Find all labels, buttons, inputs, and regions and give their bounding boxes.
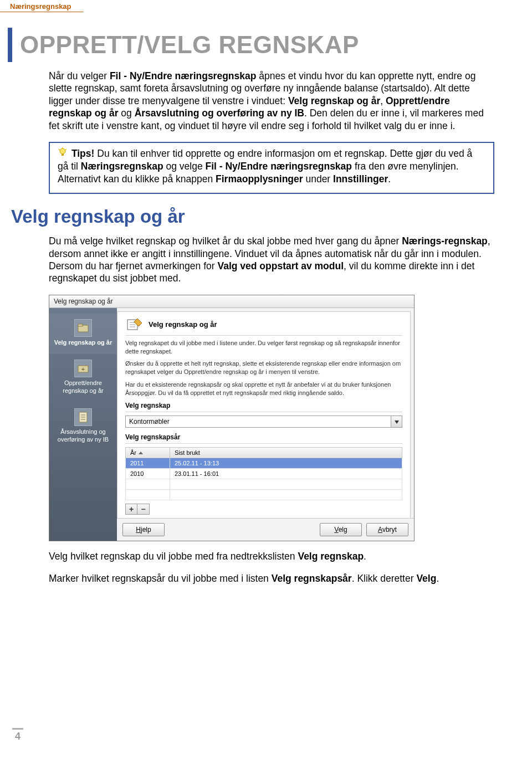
cell-year: 2010 xyxy=(126,468,170,479)
document-icon xyxy=(74,408,92,426)
dialog-sidebar: Velg regnskap og år + Opprett/endre regn… xyxy=(49,308,117,541)
dialog-content: Velg regnskap og år Velg regnskapet du v… xyxy=(117,311,411,518)
select-button[interactable]: Velg xyxy=(320,523,362,536)
dialog-para: Ønsker du å opprette et helt nytt regnsk… xyxy=(125,360,402,376)
dialog-window: Velg regnskap og år Velg regnskap og år … xyxy=(49,295,415,541)
remove-row-button[interactable]: − xyxy=(137,504,150,515)
page-header: Næringsregnskap xyxy=(0,0,83,12)
chevron-down-icon xyxy=(395,418,399,425)
svg-marker-18 xyxy=(395,420,399,424)
section-title: Velg regnskap og år xyxy=(11,206,532,227)
sidebar-item-label: Velg regnskap og år xyxy=(53,339,114,347)
section-label-select-year: Velg regnskapsår xyxy=(125,433,402,441)
table-row-empty xyxy=(126,479,402,489)
page-number: 4 xyxy=(12,728,23,742)
sidebar-item-label: Årsavslutning og overføring av ny IB xyxy=(53,428,114,444)
after-paragraph-2: Marker hvilket regnskapsår du vil jobbe … xyxy=(49,572,494,584)
table-row-empty xyxy=(126,489,402,500)
cancel-button[interactable]: Avbryt xyxy=(366,523,408,536)
minus-icon: − xyxy=(141,505,145,514)
svg-rect-1 xyxy=(62,154,64,156)
sidebar-item-create-edit[interactable]: + Opprett/endre regnskap og år xyxy=(49,354,117,403)
dialog-para: Velg regnskapet du vil jobbe med i liste… xyxy=(125,339,402,356)
page-title: OPPRETT/VELG REGNSKAP xyxy=(8,28,532,62)
cell-year: 2011 xyxy=(126,458,170,468)
col-last-used[interactable]: Sist brukt xyxy=(170,447,402,458)
sidebar-item-label: Opprett/endre regnskap og år xyxy=(53,380,114,395)
col-year[interactable]: År xyxy=(126,447,170,458)
svg-line-4 xyxy=(65,149,66,150)
section-label-select-account: Velg regnskap xyxy=(125,402,402,409)
tips-label: Tips! xyxy=(71,148,95,159)
account-combobox-button[interactable] xyxy=(391,416,402,427)
dialog-footer: Hjelp Velg Avbryt xyxy=(117,518,414,541)
plus-icon: + xyxy=(129,505,134,514)
intro-paragraph: Når du velger Fil - Ny/Endre næringsregn… xyxy=(49,70,494,132)
sort-asc-icon xyxy=(139,452,143,454)
dialog-content-title: Velg regnskap og år xyxy=(149,320,217,329)
svg-text:+: + xyxy=(81,366,85,372)
tips-box: Tips! Du kan til enhver tid opprette og … xyxy=(49,142,494,194)
account-combobox-input[interactable] xyxy=(126,416,391,427)
svg-rect-6 xyxy=(78,324,83,326)
after-paragraph-1: Velg hvilket regnskap du vil jobbe med f… xyxy=(49,550,494,562)
table-row[interactable]: 2011 25.02.11 - 13:13 xyxy=(126,458,402,468)
notebook-pencil-icon xyxy=(125,316,144,333)
folder-plus-icon: + xyxy=(74,360,92,377)
sidebar-item-year-end[interactable]: Årsavslutning og overføring av ny IB xyxy=(49,403,117,452)
dialog-para: Har du et eksisterende regnskapsår og sk… xyxy=(125,381,402,397)
lightbulb-icon xyxy=(58,147,68,160)
section-paragraph: Du må velge hvilket regnskap og hvilket … xyxy=(49,235,494,285)
cell-last: 23.01.11 - 16:01 xyxy=(170,468,402,479)
year-table: År Sist brukt 2011 25.02.11 - 13:13 2010… xyxy=(125,447,402,500)
add-row-button[interactable]: + xyxy=(125,504,137,515)
svg-line-3 xyxy=(59,149,60,150)
dialog-titlebar: Velg regnskap og år xyxy=(49,295,414,308)
account-combobox[interactable] xyxy=(125,416,402,428)
table-row[interactable]: 2010 23.01.11 - 16:01 xyxy=(126,468,402,479)
folder-icon xyxy=(74,319,92,337)
svg-point-0 xyxy=(60,148,65,154)
sidebar-item-select-account[interactable]: Velg regnskap og år xyxy=(49,314,117,355)
cell-last: 25.02.11 - 13:13 xyxy=(170,458,402,468)
help-button[interactable]: Hjelp xyxy=(122,523,165,536)
tips-text: Du kan til enhver tid opprette og endre … xyxy=(58,148,472,184)
